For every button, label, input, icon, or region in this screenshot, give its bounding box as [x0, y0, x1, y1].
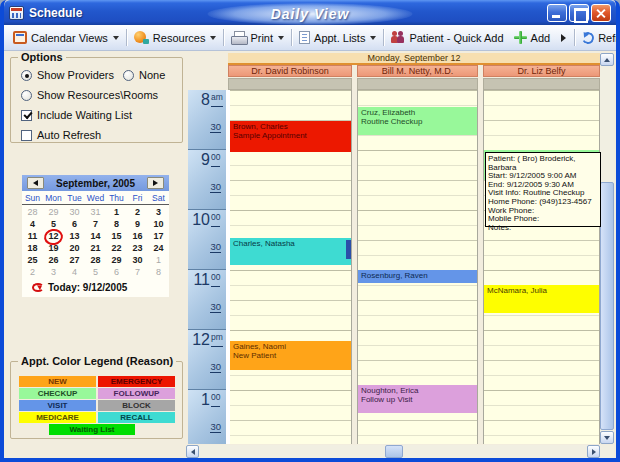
radio-icon[interactable]	[21, 90, 32, 101]
checkbox-icon[interactable]	[21, 110, 32, 121]
appointment[interactable]: Charles, Natasha	[230, 238, 351, 265]
calendar-day[interactable]: 26	[43, 254, 64, 266]
calendar-day[interactable]: 18	[22, 242, 43, 254]
maximize-button[interactable]	[569, 4, 589, 22]
calendar-day[interactable]: 4	[22, 218, 43, 230]
calendar-day[interactable]: 28	[22, 206, 43, 218]
appointment[interactable]: McNamara, Julia	[484, 285, 599, 313]
calendar-day[interactable]: 5	[85, 266, 106, 278]
calendar-prev-button[interactable]	[27, 177, 44, 189]
add-button[interactable]: Add	[509, 29, 556, 46]
none-radio[interactable]: None	[123, 69, 165, 81]
calendar-day[interactable]: 7	[85, 218, 106, 230]
refresh-button[interactable]: Refresh	[577, 30, 620, 46]
calendar-day[interactable]: 31	[85, 206, 106, 218]
hour-label: 12pm	[188, 330, 226, 347]
legend-item-recall: RECALL	[98, 412, 175, 423]
close-button[interactable]	[591, 4, 611, 22]
calendar-day[interactable]: 3	[148, 206, 169, 218]
calendar-day[interactable]: 2	[22, 266, 43, 278]
appt-lists-button[interactable]: Appt. Lists	[294, 29, 381, 46]
calendar-day[interactable]: 30	[127, 254, 148, 266]
scroll-down-button[interactable]	[600, 431, 614, 444]
appointment[interactable]: Noughton, EricaFollow up Visit	[358, 385, 477, 413]
calendar-day[interactable]: 14	[85, 230, 106, 242]
scroll-up-button[interactable]	[600, 53, 614, 66]
up-arrow-icon	[604, 58, 610, 62]
mini-calendar: September, 2005 SunMonTueWedThuFriSat 28…	[22, 175, 169, 297]
scroll-right-button[interactable]	[587, 445, 600, 458]
legend-groupbox: Appt. Color Legend (Reason) NEWEMERGENCY…	[10, 361, 183, 439]
calendar-day[interactable]: 29	[106, 254, 127, 266]
schedule-column[interactable]: Cruz, ElizabethRoutine CheckupRosenburg,…	[357, 90, 478, 444]
half-hour-label: 30	[210, 121, 221, 133]
schedule-column[interactable]: Brown, CharlesSample AppointmentCharles,…	[228, 90, 352, 444]
calendar-day[interactable]: 15	[106, 230, 127, 242]
checkbox-icon[interactable]	[21, 130, 32, 141]
hour-number: 1	[188, 392, 210, 407]
calendar-day[interactable]: 28	[85, 254, 106, 266]
calendar-day[interactable]: 24	[148, 242, 169, 254]
provider-column-header: Dr. David Robinson	[228, 65, 352, 77]
calendar-day[interactable]: 29	[43, 206, 64, 218]
calendar-day[interactable]: 20	[64, 242, 85, 254]
calendar-day[interactable]: 22	[106, 242, 127, 254]
calendar-day[interactable]: 27	[64, 254, 85, 266]
calendar-day[interactable]: 9	[127, 218, 148, 230]
auto-refresh-checkbox[interactable]: Auto Refresh	[21, 129, 101, 141]
calendar-next-button[interactable]	[147, 177, 164, 189]
appointment-name: Gaines, Naomi	[233, 342, 348, 351]
hour-number: 10	[188, 212, 210, 227]
show-providers-radio[interactable]: Show Providers	[21, 69, 114, 81]
calendar-day[interactable]: 21	[85, 242, 106, 254]
legend-item-followup: FOLLOWUP	[98, 388, 175, 399]
patient-quick-add-button[interactable]: Patient - Quick Add	[386, 29, 508, 46]
hour-suffix: 00	[211, 393, 220, 407]
calendar-day[interactable]: 1	[148, 254, 169, 266]
calendar-day[interactable]: 6	[106, 266, 127, 278]
toolbar: Calendar Views Resources Print Appt. Lis…	[4, 25, 616, 51]
calendar-day[interactable]: 17	[148, 230, 169, 242]
calendar-day[interactable]: 10	[148, 218, 169, 230]
hour-suffix: 00	[211, 273, 220, 287]
calendar-day[interactable]: 23	[127, 242, 148, 254]
appointment[interactable]: Brown, CharlesSample Appointment	[230, 121, 351, 152]
appointment[interactable]: Gaines, NaomiNew Patient	[230, 341, 351, 370]
calendar-day[interactable]: 2	[127, 206, 148, 218]
horizontal-scroll-thumb[interactable]	[385, 445, 403, 458]
radio-icon[interactable]	[21, 70, 32, 81]
calendar-day[interactable]: 13	[64, 230, 85, 242]
scroll-left-button[interactable]	[186, 445, 199, 458]
calendar-day[interactable]: 30	[64, 206, 85, 218]
submenu-arrow-icon[interactable]	[561, 34, 566, 42]
calendar-day[interactable]: 19	[43, 242, 64, 254]
time-slot-hour: 110030	[188, 270, 226, 330]
radio-icon[interactable]	[123, 70, 134, 81]
calendar-day[interactable]: 11	[22, 230, 43, 242]
title-bar[interactable]: Schedule Daily View	[4, 0, 616, 25]
vertical-scroll-thumb[interactable]	[600, 182, 614, 430]
resources-button[interactable]: Resources	[129, 29, 222, 46]
calendar-day[interactable]: 16	[127, 230, 148, 242]
hour-number: 11	[188, 272, 210, 287]
calendar-day[interactable]: 1	[106, 206, 127, 218]
calendar-day[interactable]: 3	[43, 266, 64, 278]
appointment[interactable]: Cruz, ElizabethRoutine Checkup	[358, 107, 477, 135]
calendar-day[interactable]: 7	[127, 266, 148, 278]
calendar-day[interactable]: 4	[64, 266, 85, 278]
print-button[interactable]: Print	[226, 29, 289, 46]
calendar-views-button[interactable]: Calendar Views	[8, 29, 124, 46]
show-resources-radio[interactable]: Show Resources\Rooms	[21, 89, 158, 101]
calendar-day[interactable]: 8	[106, 218, 127, 230]
include-waiting-list-checkbox[interactable]: Include Waiting List	[21, 109, 132, 121]
calendar-day[interactable]: 25	[22, 254, 43, 266]
appointment[interactable]: Rosenburg, Raven	[358, 270, 477, 283]
calendar-day[interactable]: 6	[64, 218, 85, 230]
calendar-day[interactable]: 8	[148, 266, 169, 278]
minimize-button[interactable]	[547, 4, 567, 22]
hour-suffix: am	[211, 93, 223, 107]
time-gutter: 8am309003010003011003012pm3010030	[188, 90, 228, 444]
calendar-day-selected[interactable]: 12	[43, 230, 64, 242]
schedule-column[interactable]: McNamara, Julia	[483, 90, 600, 444]
calendar-today-row[interactable]: Today: 9/12/2005	[22, 279, 169, 297]
